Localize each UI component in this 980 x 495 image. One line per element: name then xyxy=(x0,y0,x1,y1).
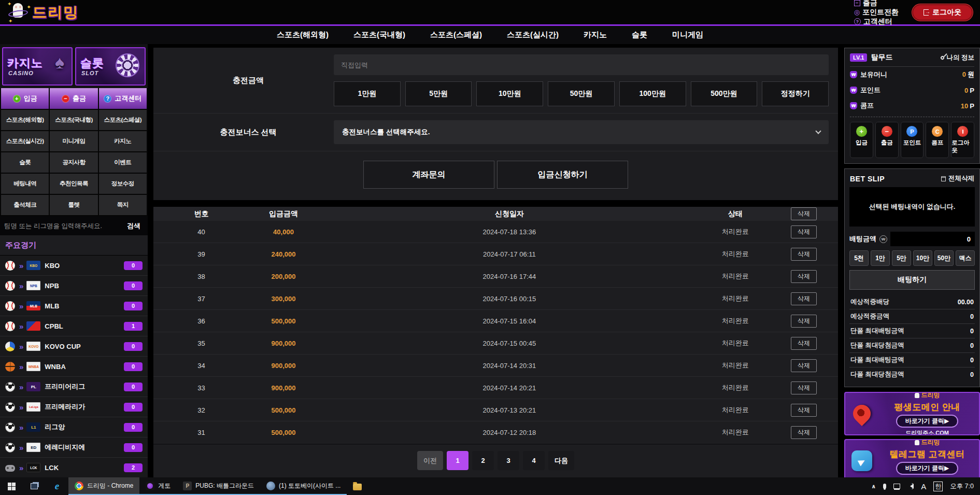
sidebar-menu-item[interactable]: 스포츠(국내형) xyxy=(50,110,97,130)
deposit-request-button[interactable]: 입금신청하기 xyxy=(497,161,628,189)
clear-all-button[interactable]: 전체삭제 xyxy=(941,174,974,183)
sidebar-menu-item[interactable]: 정보수정 xyxy=(99,174,147,194)
bet-quick-button[interactable]: 50만 xyxy=(934,250,954,266)
casino-banner[interactable]: 카지노 CASINO ♠ xyxy=(2,47,73,86)
sidebar-menu-item[interactable]: 룰렛 xyxy=(50,195,97,215)
user-action-button[interactable]: 로그아웃 xyxy=(951,122,974,158)
delete-row-button[interactable]: 삭제 xyxy=(791,270,817,283)
user-action-button[interactable]: 입금 xyxy=(850,122,873,158)
league-row[interactable]: » 리그앙 0 xyxy=(0,417,148,437)
sidebar-menu-item[interactable]: 출석체크 xyxy=(1,195,49,215)
league-row[interactable]: » MLB 0 xyxy=(0,296,148,316)
tray-expand-icon[interactable] xyxy=(871,483,876,490)
bonus-select-dropdown[interactable]: 충전보너스를 선택해주세요. xyxy=(334,120,829,144)
delete-row-button[interactable]: 삭제 xyxy=(791,248,817,261)
bet-quick-button[interactable]: 맥스 xyxy=(956,250,975,266)
promo-go-button[interactable]: 바로가기 클릭▶ xyxy=(896,415,959,428)
taskbar-task[interactable]: (1) 토토베이(사이트 ... xyxy=(260,477,347,495)
sidebar-menu-item[interactable]: 스포츠(스페셜) xyxy=(99,110,147,130)
promo-banner[interactable]: 드리밍 텔레그램 고객센터 바로가기 클릭▶ 해당 계정 외 봇, 채널은 모두… xyxy=(844,439,980,477)
bet-amount-input[interactable] xyxy=(890,232,975,246)
league-row[interactable]: » 프리미어리그 0 xyxy=(0,377,148,397)
header-menu-item[interactable]: 출금 xyxy=(854,0,899,8)
pagination-prev[interactable]: 이전 xyxy=(417,451,443,470)
slot-banner[interactable]: 슬롯 SLOT xyxy=(75,47,146,86)
delete-row-button[interactable]: 삭제 xyxy=(791,337,817,350)
nav-item[interactable]: 카지노 xyxy=(584,30,607,40)
sidebar-menu-item[interactable]: 슬롯 xyxy=(1,152,49,173)
sidebar-menu-item[interactable]: 스포츠(해외형) xyxy=(1,110,49,130)
nav-item[interactable]: 미니게임 xyxy=(672,30,703,40)
search-button[interactable]: 검색 xyxy=(124,219,144,233)
taskbar-task[interactable]: 드리밍 - Chrome xyxy=(68,477,139,495)
amount-preset-button[interactable]: 5만원 xyxy=(405,81,472,106)
sidebar-menu-item[interactable]: 카지노 xyxy=(99,131,147,151)
promo-go-button[interactable]: 바로가기 클릭▶ xyxy=(896,462,959,475)
place-bet-button[interactable]: 배팅하기 xyxy=(849,270,975,290)
logout-button[interactable]: 로그아웃 xyxy=(912,4,973,21)
delete-row-button[interactable]: 삭제 xyxy=(791,426,817,439)
pagination-page[interactable]: 1 xyxy=(447,451,468,470)
taskbar-task[interactable]: 게토 xyxy=(139,477,177,495)
header-menu-item[interactable]: 고객센터 xyxy=(854,17,899,26)
internet-explorer-button[interactable]: e xyxy=(46,477,68,495)
amount-preset-button[interactable]: 500만원 xyxy=(691,81,758,106)
sidebar-menu-item[interactable]: 미니게임 xyxy=(50,131,97,151)
network-icon[interactable] xyxy=(893,484,900,489)
league-row[interactable]: » CPBL 1 xyxy=(0,316,148,336)
amount-preset-button[interactable]: 1만원 xyxy=(334,81,401,106)
sidebar-menu-item[interactable]: 쪽지 xyxy=(99,195,147,215)
amount-preset-button[interactable]: 정정하기 xyxy=(762,81,829,106)
pagination-page[interactable]: 2 xyxy=(472,451,494,470)
start-button[interactable] xyxy=(0,477,23,495)
nav-item[interactable]: 스포츠(국내형) xyxy=(353,30,405,40)
user-action-button[interactable]: 콤프 xyxy=(926,122,949,158)
task-view-button[interactable] xyxy=(23,477,46,495)
bet-quick-button[interactable]: 10만 xyxy=(913,250,932,266)
delete-row-button[interactable]: 삭제 xyxy=(791,359,817,372)
league-row[interactable]: » 프리메라리가 0 xyxy=(0,397,148,417)
league-row[interactable]: » KBO 0 xyxy=(0,256,148,276)
league-row[interactable]: » LCK 2 xyxy=(0,458,148,477)
nav-item[interactable]: 스포츠(실시간) xyxy=(507,30,559,40)
league-row[interactable]: » KOVO CUP 0 xyxy=(0,336,148,357)
user-action-button[interactable]: 포인트 xyxy=(901,122,924,158)
pagination-next[interactable]: 다음 xyxy=(548,451,574,470)
quick-menu-item[interactable]: 출금 xyxy=(50,88,97,109)
delete-row-button[interactable]: 삭제 xyxy=(791,315,817,328)
delete-row-button[interactable]: 삭제 xyxy=(791,225,817,238)
microphone-icon[interactable] xyxy=(883,484,886,489)
sidebar-menu-item[interactable]: 추천인목록 xyxy=(50,174,97,194)
account-inquiry-button[interactable]: 계좌문의 xyxy=(363,161,494,189)
amount-preset-button[interactable]: 50만원 xyxy=(548,81,615,106)
pagination-page[interactable]: 3 xyxy=(498,451,519,470)
bet-quick-button[interactable]: 1만 xyxy=(871,250,890,266)
promo-banner[interactable]: 드리밍 평생도메인 안내 바로가기 클릭▶ 드리밍주소.COM xyxy=(844,392,980,435)
amount-preset-button[interactable]: 100만원 xyxy=(619,81,686,106)
clock[interactable]: 오후 7:0 xyxy=(950,482,974,491)
site-logo[interactable]: ✦ ✦ ✦ 드리밍 xyxy=(7,1,79,24)
sidebar-menu-item[interactable]: 공지사항 xyxy=(50,152,97,173)
taskbar-task[interactable]: PUBG: 배틀그라운드 xyxy=(177,477,260,495)
delete-row-button[interactable]: 삭제 xyxy=(791,404,817,417)
ime-latin-indicator[interactable]: A xyxy=(921,482,926,491)
nav-item[interactable]: 스포츠(스페셜) xyxy=(430,30,482,40)
league-row[interactable]: » NPB 0 xyxy=(0,276,148,296)
league-row[interactable]: » 에레디비지에 0 xyxy=(0,437,148,458)
sidebar-menu-item[interactable]: 스포츠(실시간) xyxy=(1,131,49,151)
deposit-amount-input[interactable] xyxy=(334,54,829,75)
file-explorer-button[interactable] xyxy=(347,477,367,495)
nav-item[interactable]: 슬롯 xyxy=(632,30,647,40)
quick-menu-item[interactable]: 고객센터 xyxy=(99,88,147,109)
pagination-page[interactable]: 4 xyxy=(523,451,545,470)
sidebar-menu-item[interactable]: 베팅내역 xyxy=(1,174,49,194)
bet-quick-button[interactable]: 5천 xyxy=(849,250,869,266)
delete-row-button[interactable]: 삭제 xyxy=(791,292,817,305)
user-action-button[interactable]: 출금 xyxy=(875,122,899,158)
team-search-input[interactable] xyxy=(4,222,124,230)
league-row[interactable]: » WNBA 0 xyxy=(0,357,148,377)
speaker-icon[interactable] xyxy=(907,484,914,489)
ime-korean-indicator[interactable]: 한 xyxy=(933,482,943,491)
quick-menu-item[interactable]: 입금 xyxy=(1,88,49,109)
delete-all-button[interactable]: 삭제 xyxy=(791,207,817,220)
